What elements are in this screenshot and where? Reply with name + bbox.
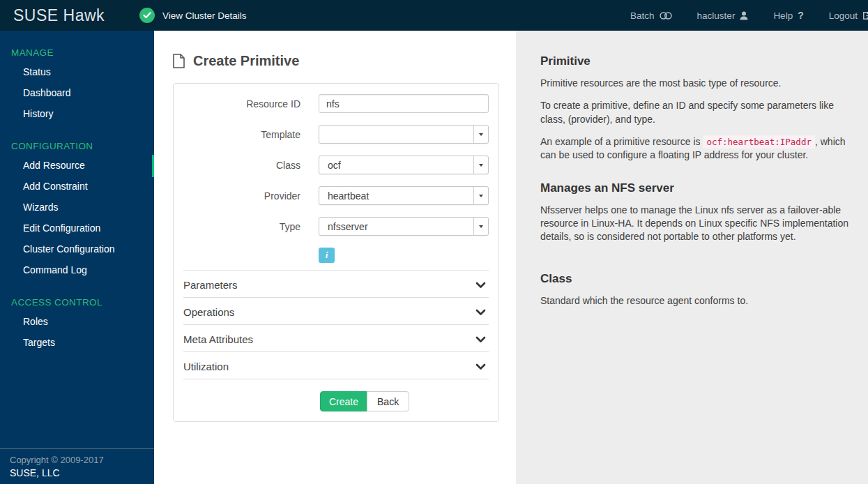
provider-select[interactable]: heartbeat <box>319 186 489 205</box>
user-icon <box>740 11 748 20</box>
template-row: Template <box>183 125 489 144</box>
type-label: Type <box>183 221 300 232</box>
class-row: Class ocf <box>183 156 489 174</box>
caret-down-icon <box>473 218 488 235</box>
accordion-parameters-label: Parameters <box>183 279 238 291</box>
help-label: Help <box>773 10 793 21</box>
chevron-down-icon <box>475 309 486 316</box>
sidebar-item-cluster-configuration[interactable]: Cluster Configuration <box>0 239 154 259</box>
sidebar-item-dashboard[interactable]: Dashboard <box>0 82 154 103</box>
question-mark-icon: ? <box>798 10 804 21</box>
help-primitive-p1: Primitive resources are the most basic t… <box>540 77 848 90</box>
accordion-utilization[interactable]: Utilization <box>183 352 489 379</box>
help-primitive-p2: To create a primitive, define an ID and … <box>540 99 848 126</box>
page-title-label: Create Primitive <box>193 53 299 69</box>
help-link[interactable]: Help ? <box>773 10 803 21</box>
sidebar-header-manage: MANAGE <box>0 47 154 58</box>
chevron-down-icon <box>475 336 486 343</box>
sidebar-item-wizards[interactable]: Wizards <box>0 197 154 218</box>
accordion-operations[interactable]: Operations <box>183 298 489 325</box>
class-label: Class <box>183 160 300 171</box>
main-content: Create Primitive Resource ID Template <box>154 31 516 484</box>
help-section-primitive: Primitive Primitive resources are the mo… <box>540 54 848 162</box>
sidebar-section-access-control: ACCESS CONTROL Roles Targets <box>0 280 154 353</box>
sidebar-item-add-resource[interactable]: Add Resource <box>0 155 154 176</box>
sign-out-icon <box>862 11 868 20</box>
accordion-operations-label: Operations <box>183 306 234 318</box>
document-icon <box>173 54 185 68</box>
resource-id-label: Resource ID <box>183 98 300 109</box>
class-select-value: ocf <box>328 160 341 171</box>
create-button[interactable]: Create <box>320 391 367 411</box>
provider-select-value: heartbeat <box>328 190 369 202</box>
help-panel: Primitive Primitive resources are the mo… <box>516 31 868 484</box>
help-agent-title: Manages an NFS server <box>540 181 848 195</box>
help-class-body: Standard which the resource agent confor… <box>540 294 848 308</box>
sidebar: MANAGE Status Dashboard History CONFIGUR… <box>0 31 154 484</box>
user-menu[interactable]: hacluster <box>697 10 749 21</box>
type-select[interactable]: nfsserver <box>319 217 489 236</box>
chevron-down-icon <box>475 363 486 370</box>
accordion-utilization-label: Utilization <box>183 361 229 372</box>
brand-logo: SUSE Hawk <box>0 6 139 25</box>
accordion-parameters[interactable]: Parameters <box>183 271 489 298</box>
resource-id-input[interactable] <box>319 94 489 113</box>
caret-down-icon <box>473 156 488 174</box>
agent-info-row: i <box>319 248 489 270</box>
accordion-meta-attributes-label: Meta Attributes <box>183 333 253 345</box>
sidebar-item-history[interactable]: History <box>0 103 154 124</box>
view-cluster-details-label: View Cluster Details <box>162 10 247 21</box>
sidebar-header-access-control: ACCESS CONTROL <box>0 297 154 308</box>
help-class-title: Class <box>540 272 848 286</box>
logout-link[interactable]: Logout <box>829 10 868 21</box>
accordion-meta-attributes[interactable]: Meta Attributes <box>183 325 489 352</box>
create-primitive-form: Resource ID Template Class <box>173 83 499 422</box>
type-select-value: nfsserver <box>328 221 368 232</box>
user-label: hacluster <box>697 10 736 21</box>
help-section-agent: Manages an NFS server Nfsserver helps on… <box>540 181 848 244</box>
topnav: Batch hacluster Help ? Logout <box>630 10 868 21</box>
code-snippet: ocf:heartbeat:IPaddr <box>703 135 815 149</box>
chevron-down-icon <box>475 282 486 289</box>
form-actions: Create Back <box>183 391 489 411</box>
back-button[interactable]: Back <box>367 391 409 411</box>
view-cluster-details-link[interactable]: View Cluster Details <box>139 8 247 23</box>
batch-icon <box>660 11 672 20</box>
sidebar-footer: Copyright © 2009-2017 SUSE, LLC <box>0 448 154 478</box>
sidebar-item-edit-configuration[interactable]: Edit Configuration <box>0 218 154 239</box>
help-section-class: Class Standard which the resource agent … <box>540 272 848 308</box>
sidebar-section-configuration: CONFIGURATION Add Resource Add Constrain… <box>0 124 154 280</box>
template-label: Template <box>183 129 300 140</box>
logout-label: Logout <box>829 10 858 21</box>
provider-row: Provider heartbeat <box>183 186 489 205</box>
help-primitive-p3: An example of a primitive resource is oc… <box>540 135 848 162</box>
info-icon[interactable]: i <box>319 248 335 263</box>
sidebar-item-targets[interactable]: Targets <box>0 332 154 353</box>
batch-link[interactable]: Batch <box>630 10 672 21</box>
resource-id-row: Resource ID <box>183 94 489 113</box>
copyright-text: Copyright © 2009-2017 <box>10 455 154 465</box>
sidebar-item-add-constraint[interactable]: Add Constraint <box>0 176 154 197</box>
caret-down-icon <box>473 187 488 204</box>
sidebar-header-configuration: CONFIGURATION <box>0 141 154 151</box>
provider-label: Provider <box>183 190 300 202</box>
sidebar-item-roles[interactable]: Roles <box>0 311 154 332</box>
company-text: SUSE, LLC <box>10 467 154 478</box>
page-title: Create Primitive <box>173 53 516 69</box>
template-select[interactable] <box>319 125 489 144</box>
sidebar-item-status[interactable]: Status <box>0 61 154 82</box>
caret-down-icon <box>473 126 488 143</box>
type-row: Type nfsserver <box>183 217 489 236</box>
help-primitive-title: Primitive <box>540 54 848 68</box>
help-agent-body: Nfsserver helps one to manage the Linux … <box>540 204 848 244</box>
app-window: SUSE Hawk View Cluster Details Batch hac… <box>0 0 868 484</box>
check-circle-icon <box>139 8 155 23</box>
class-select[interactable]: ocf <box>319 156 489 174</box>
batch-label: Batch <box>630 10 655 21</box>
accordion-list: Parameters Operations Meta Attributes <box>183 270 489 379</box>
sidebar-item-command-log[interactable]: Command Log <box>0 259 154 280</box>
topbar: SUSE Hawk View Cluster Details Batch hac… <box>0 0 868 31</box>
sidebar-section-manage: MANAGE Status Dashboard History <box>0 31 154 124</box>
